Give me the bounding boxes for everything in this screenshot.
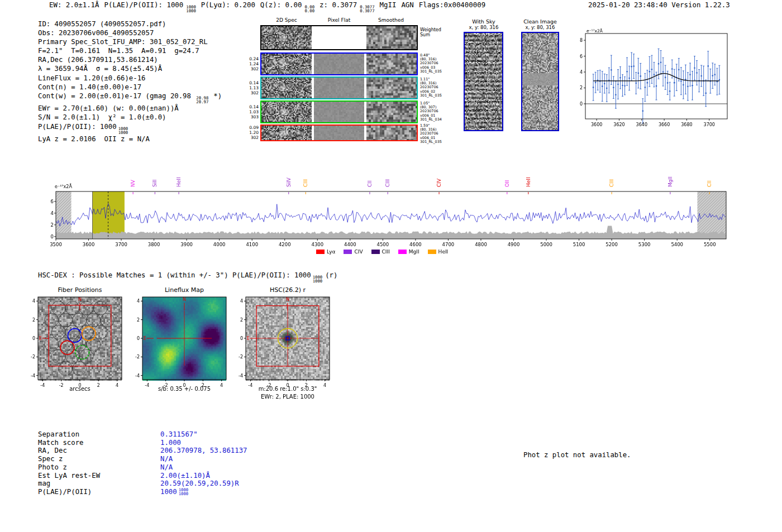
spec-z-value: N/A xyxy=(160,455,173,463)
line-flux: LineFlux = 1.20(±0.66)e-16 xyxy=(38,74,222,83)
qz-fraction: 0.000.00 xyxy=(304,5,314,13)
legend-item-lya: Lyα xyxy=(316,249,335,255)
table-row-mag: mag20.59(20.59,20.59)R xyxy=(38,480,247,488)
legend-item-mgii: MgII xyxy=(398,249,419,255)
plae-fraction-lo: 1000 xyxy=(186,9,196,13)
row2-right-4: 301_RL_035 xyxy=(420,94,442,98)
est-lya-ew-label: Est LyA rest-EW xyxy=(38,472,160,480)
table-row-photo-z: Photo zN/A xyxy=(38,463,247,472)
z-fraction: 0.30770.3077 xyxy=(360,5,374,13)
row1-left-0: 0.24 xyxy=(246,56,259,61)
gmag-fraction-lo: 20.97 xyxy=(196,100,208,104)
with-sky-title: With Sky xyxy=(472,18,495,25)
ciii-label: CIII xyxy=(382,249,390,255)
row4-right-labels: 1.59"(80, 316)20230706v006_01301_RL_035 xyxy=(420,124,442,144)
cont-w-suffix: *) xyxy=(213,92,222,100)
table-plae-fraction: 10001000 xyxy=(179,488,189,496)
detection-info-block: ID: 4090552057 (4090552057.pdf) Obs: 202… xyxy=(38,20,222,143)
photo-z-value: N/A xyxy=(160,463,173,472)
table-row-ra-dec: RA, Dec206.370978, 53.861137 xyxy=(38,447,247,455)
sn-chi2: S/N = 2.0(±1.1) χ² = 1.0(±0.0) xyxy=(38,113,222,122)
table-plae-fraction-lo: 1000 xyxy=(179,492,189,496)
row1-right-4: 301_RL_035 xyxy=(420,70,442,74)
spec2d-row2-canvas xyxy=(261,78,417,98)
table-plae-value: 1000 xyxy=(160,488,177,496)
plae-poii-line: P(LAE)/P(OII): 100010001000 xyxy=(38,122,222,135)
row4-left-2: 302 xyxy=(246,135,259,140)
legend-item-ciii: CIII xyxy=(371,249,390,255)
table-row-est-lya-ew: Est LyA rest-EW2.00(±1.10)Å xyxy=(38,472,247,480)
row2-left-2: 302 xyxy=(246,90,259,95)
plae-line-text: P(LAE)/P(OII): 1000 xyxy=(38,123,117,131)
plae-line-fraction: 10001000 xyxy=(118,127,128,135)
ra-dec-label: RA, Dec xyxy=(38,447,160,455)
civ-swatch xyxy=(344,250,352,254)
row4-left-0: 0.09 xyxy=(246,125,259,130)
mag-value: 20.59(20.59,20.59)R xyxy=(160,480,239,488)
row3-left-1: 1.03 xyxy=(246,109,259,114)
plae-poii-value: P(LAE)/P(OII): 1000 xyxy=(104,1,184,9)
table-plae-label: P(LAE)/P(OII) xyxy=(38,488,160,496)
spec2d-row-4 xyxy=(260,124,418,141)
hsc-dex-fraction-lo: 1000 xyxy=(313,279,323,283)
heii-label: HeII xyxy=(438,249,449,255)
lambda-sigma: λ = 3659.94Å σ = 8.45(±5.45)Å xyxy=(38,64,222,73)
lineflux-map-canvas xyxy=(120,292,232,387)
primary-spec-slot: Primary Spec_Slot_IFU_AMP: 301_052_072_R… xyxy=(38,37,222,46)
row1-left-labels: 0.241.24302 xyxy=(246,56,259,71)
mgii-swatch xyxy=(398,250,407,254)
fiber-positions-xlabel: arcsecs xyxy=(69,386,90,392)
with-sky-image xyxy=(465,33,502,130)
clean-image-coords: x, y: 80, 316 xyxy=(526,25,555,30)
ra-dec: RA,Dec (206.370911,53.861214) xyxy=(38,55,222,64)
plae-line-fraction-lo: 1000 xyxy=(118,131,128,135)
hsc-dex-fraction: 10001000 xyxy=(313,275,323,284)
hsc-dex-text: HSC-DEX : Possible Matches = 1 (within +… xyxy=(38,271,311,279)
spectrum-legend: Lyα CIV CIII MgII HeII xyxy=(316,249,448,255)
match-table: Separation0.311567" Match score1.000 RA,… xyxy=(38,430,247,496)
spec2d-row-2 xyxy=(260,76,418,99)
col-title-2d-spec: 2D Spec xyxy=(276,17,297,23)
table-row-plae-poii: P(LAE)/P(OII)100010001000 xyxy=(38,488,247,496)
weighted-sum-label: WeightedSum xyxy=(420,27,441,37)
clean-image xyxy=(522,33,558,130)
mgii-label: MgII xyxy=(409,249,419,255)
weighted-sum-line2: Sum xyxy=(420,32,441,37)
row3-right-labels: 1.05"(80, 307)20230706v006_01301_RL_034 xyxy=(420,102,442,122)
lya-oii-z: LyA z = 2.0106 OII z = N/A xyxy=(38,135,222,143)
match-score-value: 1.000 xyxy=(160,439,181,447)
weighted-sum-line1: Weighted xyxy=(420,27,441,32)
hsc-cutout-canvas xyxy=(223,292,335,387)
fiber-positions-canvas xyxy=(16,292,127,387)
est-lya-ew-value: 2.00(±1.10)Å xyxy=(160,472,210,480)
spec2d-row-3 xyxy=(260,100,418,123)
lya-swatch xyxy=(316,250,325,254)
row3-left-labels: 0.141.03303 xyxy=(246,104,259,119)
cont-w: Cont(w) = 2.00(±0.01)e-17 (gmag 20.98 20… xyxy=(38,92,222,104)
with-sky-coords: x, y: 80, 316 xyxy=(469,25,499,30)
heii-swatch xyxy=(428,250,436,254)
observation-id: Obs: 20230706v006_4090552057 xyxy=(38,28,222,37)
legend-item-civ: CIV xyxy=(344,249,363,255)
hsc-dex-matches: HSC-DEX : Possible Matches = 1 (within +… xyxy=(38,271,337,284)
qz-fraction-lo: 0.00 xyxy=(304,9,314,13)
summary-header: EW: 2.0±1.1ÅP(LAE)/P(OII): 100010001000P… xyxy=(49,1,490,13)
separation-label: Separation xyxy=(38,430,160,439)
row2-right-labels: 1.11"(80, 316)20230706v006_02301_RL_035 xyxy=(420,78,442,98)
p-lya-value: P(Lyα): 0.200 xyxy=(201,1,255,9)
spec2d-row3-canvas xyxy=(261,102,417,122)
spec2d-row-weighted xyxy=(260,25,418,50)
phot-z-note: Phot z plot not available. xyxy=(523,451,631,459)
ra-dec-value: 206.370978, 53.861137 xyxy=(160,447,247,455)
cont-n: Cont(n) = 1.40(±0.00)e-17 xyxy=(38,83,222,92)
qz-value: Q(z): 0.00 xyxy=(260,1,302,9)
classification-label: MgII xyxy=(380,1,397,9)
row4-right-4: 301_RL_035 xyxy=(420,140,442,144)
cont-w-text: Cont(w) = 2.00(±0.01)e-17 (gmag 20.98 xyxy=(38,92,191,100)
full-spectrum-canvas xyxy=(50,166,735,250)
spec2d-weighted-canvas xyxy=(261,26,417,49)
plae-fraction: 10001000 xyxy=(186,5,196,13)
hsc-cutout-xlabel2: EWr: 2, PLAE: 1000 xyxy=(261,394,314,400)
row1-left-2: 302 xyxy=(246,66,259,71)
table-row-separation: Separation0.311567" xyxy=(38,430,247,439)
